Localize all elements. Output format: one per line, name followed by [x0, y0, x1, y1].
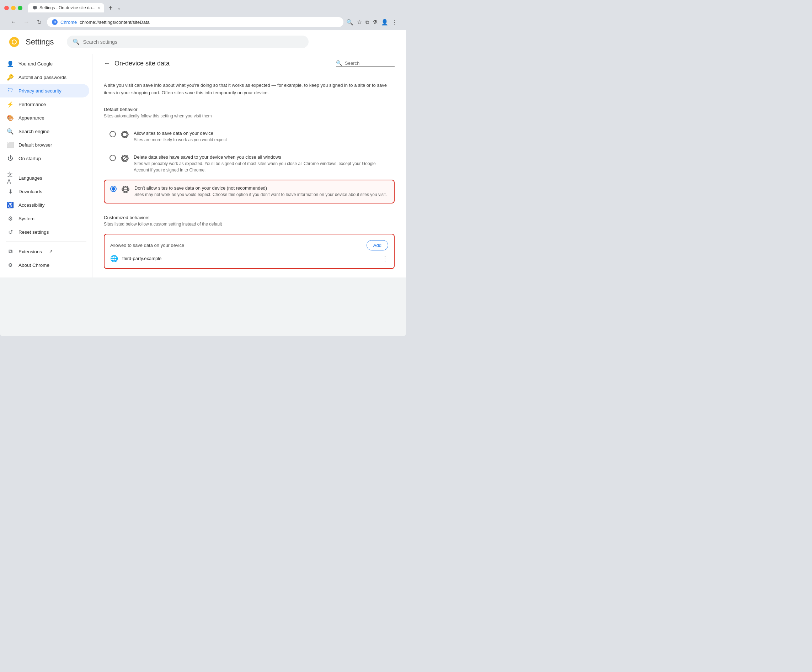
- bookmark-icon[interactable]: ☆: [357, 19, 362, 26]
- sidebar-label-on-startup: On startup: [19, 156, 41, 161]
- panel-back-button[interactable]: ←: [104, 60, 110, 67]
- lab-icon[interactable]: ⚗: [373, 19, 377, 26]
- tab-bar: Settings - On-device site da... × + ⌄: [28, 3, 121, 13]
- default-behavior-title: Default behavior: [104, 107, 395, 112]
- sidebar-label-autofill: Autofill and passwords: [19, 75, 67, 80]
- radio-dont-allow[interactable]: [110, 186, 117, 192]
- system-icon: ⚙: [7, 215, 14, 222]
- chrome-icon: C: [52, 19, 58, 25]
- sidebar-item-about-chrome[interactable]: ⚙ About Chrome: [0, 258, 89, 272]
- sidebar-item-performance[interactable]: ⚡ Performance: [0, 97, 89, 111]
- sidebar-divider-1: [6, 168, 86, 168]
- svg-point-5: [121, 130, 128, 139]
- customized-subtitle: Sites listed below follow a custom setti…: [104, 222, 395, 227]
- search-icon: 🔍: [73, 38, 80, 45]
- sidebar-label-appearance: Appearance: [19, 115, 44, 121]
- maximize-button[interactable]: [18, 6, 22, 10]
- option-allow[interactable]: Allow sites to save data on your device …: [104, 126, 395, 148]
- power-icon: ⏻: [7, 155, 14, 161]
- sidebar-item-you-and-google[interactable]: 👤 You and Google: [0, 57, 89, 70]
- translate-icon: 文A: [7, 174, 14, 181]
- new-tab-button[interactable]: +: [106, 3, 116, 13]
- sidebar-item-accessibility[interactable]: ♿ Accessibility: [0, 198, 89, 212]
- sidebar-label-search-engine: Search engine: [19, 129, 49, 134]
- sidebar-item-reset[interactable]: ↺ Reset settings: [0, 225, 89, 239]
- shield-icon: 🛡: [7, 87, 14, 94]
- settings-search-input[interactable]: [83, 39, 303, 45]
- option-allow-desc: Sites are more likely to work as you wou…: [134, 137, 389, 143]
- zoom-icon[interactable]: 🔍: [346, 19, 353, 26]
- panel-search-icon: 🔍: [336, 60, 342, 66]
- sidebar-item-system[interactable]: ⚙ System: [0, 212, 89, 225]
- close-button[interactable]: [4, 6, 9, 10]
- allowed-header: Allowed to save data on your device Add: [110, 240, 388, 250]
- search-engine-icon: 🔍: [7, 128, 14, 135]
- sidebar-item-extensions[interactable]: ⧉ Extensions ↗: [0, 245, 89, 258]
- settings-search-bar[interactable]: 🔍: [67, 36, 309, 48]
- about-chrome-icon: ⚙: [7, 262, 14, 268]
- panel-search-bar[interactable]: 🔍: [336, 60, 395, 67]
- default-behavior-subtitle: Sites automatically follow this setting …: [104, 113, 395, 118]
- sidebar-label-downloads: Downloads: [19, 189, 42, 194]
- radio-allow[interactable]: [109, 131, 116, 137]
- site-entry: 🌐 third-party.example ⋮: [110, 250, 388, 263]
- sidebar-item-languages[interactable]: 文A Languages: [0, 171, 89, 185]
- sidebar-label-extensions: Extensions: [19, 249, 42, 254]
- option-dont-allow[interactable]: Don't allow sites to save data on your d…: [104, 180, 395, 203]
- site-name: third-party.example: [122, 256, 377, 261]
- chrome-label: Chrome: [60, 20, 77, 25]
- sidebar-item-search-engine[interactable]: 🔍 Search engine: [0, 125, 89, 138]
- settings-title: Settings: [26, 38, 54, 46]
- tab-title: Settings - On-device site da...: [39, 5, 95, 10]
- key-icon: 🔑: [7, 74, 14, 80]
- tab-chevron-icon[interactable]: ⌄: [117, 5, 121, 11]
- profile-icon[interactable]: 👤: [381, 19, 388, 26]
- forward-nav-button[interactable]: →: [21, 17, 31, 27]
- panel-description: A site you visit can save info about wha…: [104, 82, 395, 97]
- menu-icon[interactable]: ⋮: [392, 19, 397, 26]
- sidebar: 👤 You and Google 🔑 Autofill and password…: [0, 54, 92, 277]
- option-delete-on-close-text: Delete data sites have saved to your dev…: [134, 154, 389, 173]
- appearance-icon: 🎨: [7, 115, 14, 121]
- minimize-button[interactable]: [11, 6, 15, 10]
- option-dont-allow-title: Don't allow sites to save data on your d…: [135, 185, 388, 191]
- option-delete-on-close[interactable]: Delete data sites have saved to your dev…: [104, 149, 395, 178]
- chrome-logo: [9, 36, 20, 48]
- browser-icon: ⬜: [7, 142, 14, 148]
- nav-icons: 🔍 ☆ ⧉ ⚗ 👤 ⋮: [346, 19, 397, 26]
- add-button[interactable]: Add: [367, 240, 388, 250]
- active-tab[interactable]: Settings - On-device site da... ×: [28, 3, 104, 12]
- option-allow-text: Allow sites to save data on your device …: [134, 130, 389, 143]
- sidebar-item-downloads[interactable]: ⬇ Downloads: [0, 185, 89, 198]
- site-menu-button[interactable]: ⋮: [382, 255, 388, 263]
- reset-icon: ↺: [7, 229, 14, 235]
- radio-delete-on-close[interactable]: [109, 155, 116, 161]
- extensions-icon[interactable]: ⧉: [365, 19, 369, 25]
- back-nav-button[interactable]: ←: [9, 17, 19, 27]
- sidebar-divider-2: [6, 241, 86, 242]
- sidebar-item-privacy[interactable]: 🛡 Privacy and security: [0, 84, 89, 97]
- sidebar-label-performance: Performance: [19, 102, 46, 107]
- tab-close-button[interactable]: ×: [97, 6, 99, 10]
- sidebar-item-default-browser[interactable]: ⬜ Default browser: [0, 138, 89, 152]
- refresh-nav-button[interactable]: ↻: [34, 17, 44, 27]
- dont-allow-icon: [121, 185, 130, 193]
- option-allow-title: Allow sites to save data on your device: [134, 130, 389, 136]
- option-dont-allow-text: Don't allow sites to save data on your d…: [135, 185, 388, 198]
- traffic-lights[interactable]: [4, 6, 22, 10]
- sidebar-label-accessibility: Accessibility: [19, 202, 45, 208]
- address-bar[interactable]: C Chrome chrome://settings/content/siteD…: [47, 17, 343, 27]
- allowed-title: Allowed to save data on your device: [110, 243, 184, 248]
- sidebar-item-appearance[interactable]: 🎨 Appearance: [0, 111, 89, 125]
- panel-content: A site you visit can save info about wha…: [92, 73, 406, 277]
- sidebar-item-on-startup[interactable]: ⏻ On startup: [0, 152, 89, 165]
- customized-title: Customized behaviors: [104, 215, 395, 220]
- download-icon: ⬇: [7, 188, 14, 195]
- allow-icon: [121, 130, 129, 139]
- panel-search-input[interactable]: [345, 60, 395, 66]
- site-globe-icon: 🌐: [110, 255, 118, 263]
- delete-icon: [121, 154, 129, 162]
- panel-header: ← On-device site data 🔍: [92, 54, 406, 73]
- extensions-sidebar-icon: ⧉: [7, 248, 14, 255]
- sidebar-item-autofill[interactable]: 🔑 Autofill and passwords: [0, 70, 89, 84]
